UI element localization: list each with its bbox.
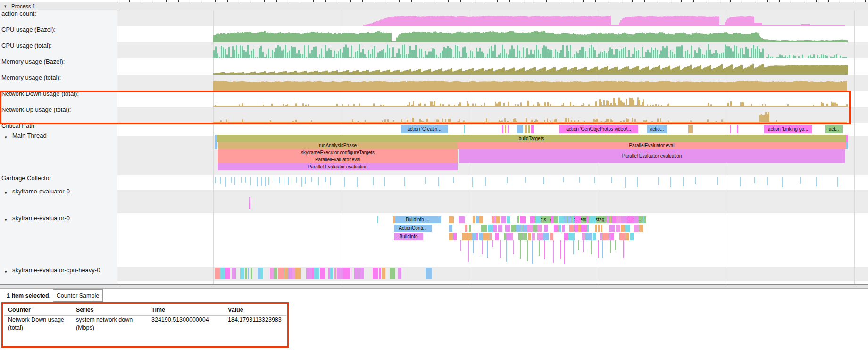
trace-slice[interactable]	[559, 216, 563, 223]
trace-slice[interactable]	[469, 225, 471, 232]
trace-slice[interactable]	[459, 216, 465, 223]
trace-slice[interactable]	[492, 240, 493, 247]
trace-slice[interactable]	[634, 225, 639, 232]
trace-slice[interactable]	[544, 225, 547, 232]
trace-slice[interactable]	[553, 240, 554, 263]
gc-tick[interactable]	[220, 177, 221, 184]
trace-slice[interactable]: act...	[825, 125, 843, 133]
gc-tick[interactable]	[231, 177, 232, 183]
gc-tick[interactable]	[241, 177, 242, 183]
trace-slice[interactable]	[382, 268, 385, 279]
tab-counter-sample[interactable]: Counter Sample (1)	[53, 289, 103, 302]
gc-tick[interactable]	[268, 177, 269, 185]
gc-tick[interactable]	[275, 177, 275, 182]
cell-value[interactable]: 184.1793113323983	[228, 316, 282, 324]
trace-slice[interactable]	[232, 268, 236, 279]
trace-slice[interactable]	[559, 225, 561, 232]
trace-slice[interactable]	[609, 225, 615, 232]
counter-chart-net-up[interactable]	[117, 107, 868, 123]
gc-tick[interactable]	[245, 177, 246, 183]
trace-slice[interactable]	[354, 268, 359, 279]
trace-slice[interactable]	[611, 233, 614, 240]
gc-tick[interactable]	[611, 177, 612, 183]
trace-slice[interactable]	[574, 225, 578, 232]
trace-slice[interactable]	[520, 216, 526, 223]
trace-slice[interactable]	[500, 240, 501, 258]
trace-slice[interactable]	[295, 268, 301, 279]
trace-slice[interactable]	[249, 203, 250, 209]
trace-slice[interactable]	[846, 135, 848, 142]
trace-slice[interactable]	[639, 225, 643, 232]
trace-slice[interactable]	[334, 268, 334, 279]
trace-slice[interactable]	[616, 225, 620, 232]
trace-slice[interactable]	[506, 233, 511, 240]
trace-slice[interactable]	[511, 225, 516, 232]
trace-slice[interactable]	[558, 225, 559, 232]
trace-slice[interactable]	[220, 268, 225, 279]
trace-slice[interactable]	[615, 240, 616, 250]
trace-slice[interactable]	[517, 216, 519, 223]
collapse-arrow-icon[interactable]: ▾	[5, 217, 7, 222]
gc-tick[interactable]	[284, 177, 284, 185]
trace-slice[interactable]	[602, 240, 603, 258]
trace-slice[interactable]: Parallel Evaluator evaluation	[459, 149, 845, 163]
trace-slice[interactable]	[587, 225, 589, 232]
gc-tick[interactable]	[740, 177, 741, 186]
trace-slice[interactable]	[493, 225, 497, 232]
gc-tick[interactable]	[305, 177, 306, 184]
trace-slice[interactable]	[274, 268, 277, 279]
trace-slice[interactable]	[505, 225, 510, 232]
trace-slice[interactable]	[523, 233, 527, 240]
trace-slice[interactable]	[245, 268, 247, 279]
trace-slice[interactable]	[453, 233, 457, 240]
trace-slice[interactable]	[595, 225, 597, 232]
gc-tick[interactable]	[767, 177, 768, 185]
collapse-arrow-icon[interactable]: ▾	[5, 269, 7, 274]
trace-slice[interactable]: Parallel Evaluator evaluation	[218, 163, 458, 170]
trace-slice[interactable]	[578, 240, 579, 250]
gc-tick[interactable]	[384, 177, 385, 186]
trace-slice[interactable]	[337, 268, 343, 279]
cell-time[interactable]: 324190.51300000004	[151, 316, 209, 324]
trace-slice[interactable]	[449, 225, 452, 232]
panel-splitter[interactable]	[0, 284, 868, 289]
trace-slice[interactable]	[593, 233, 596, 240]
trace-slice[interactable]	[502, 125, 503, 133]
trace-slice[interactable]	[240, 268, 244, 279]
trace-slice[interactable]	[564, 233, 568, 240]
gc-tick[interactable]	[279, 177, 280, 183]
gc-tick[interactable]	[257, 177, 258, 186]
gc-tick[interactable]	[215, 177, 216, 183]
trace-slice[interactable]	[564, 240, 565, 264]
trace-slice[interactable]	[619, 233, 626, 240]
process-header[interactable]: ▾ Process 1	[0, 2, 868, 11]
trace-slice[interactable]	[562, 225, 565, 232]
timeline-tracks[interactable]: action 'Creatin...action 'GenObjcProtos …	[0, 10, 868, 284]
trace-slice[interactable]	[630, 233, 634, 240]
gc-tick[interactable]	[485, 177, 486, 186]
trace-slice[interactable]	[476, 216, 479, 223]
gc-tick[interactable]	[800, 177, 801, 184]
gc-tick[interactable]	[296, 177, 297, 183]
trace-slice[interactable]	[622, 216, 627, 223]
trace-slice[interactable]	[306, 268, 312, 279]
counter-chart-cpu-bazel[interactable]	[117, 26, 868, 42]
trace-slice[interactable]	[625, 225, 630, 232]
trace-slice[interactable]	[284, 268, 288, 279]
trace-slice[interactable]	[600, 233, 602, 240]
trace-slice[interactable]	[528, 233, 531, 240]
trace-slice[interactable]	[583, 240, 584, 252]
trace-slice[interactable]	[249, 197, 250, 203]
gc-tick[interactable]	[438, 177, 439, 186]
trace-slice[interactable]	[520, 240, 521, 259]
trace-slice[interactable]	[479, 233, 483, 240]
trace-slice[interactable]	[543, 233, 549, 240]
counter-chart-action-count[interactable]	[117, 10, 868, 26]
trace-slice[interactable]	[481, 225, 487, 232]
gc-tick[interactable]	[717, 177, 718, 185]
trace-slice[interactable]: actio...	[647, 125, 667, 133]
trace-slice[interactable]	[518, 233, 523, 240]
gc-tick[interactable]	[357, 177, 358, 187]
trace-slice[interactable]	[539, 240, 540, 256]
trace-slice[interactable]	[531, 125, 534, 133]
